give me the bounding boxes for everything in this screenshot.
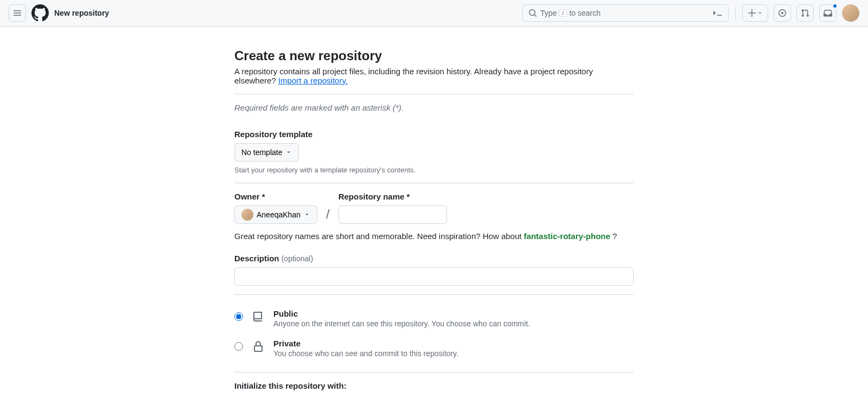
command-palette-icon: [713, 8, 723, 18]
divider: [234, 294, 634, 295]
github-mark-icon: [31, 4, 49, 22]
visibility-private-row: Private You choose who can see and commi…: [234, 333, 634, 363]
hamburger-icon: [13, 9, 22, 17]
header-left: New repository: [9, 4, 109, 22]
visibility-public-text: Public Anyone on the internet can see th…: [273, 309, 530, 328]
owner-column: Owner * AneeqaKhan: [234, 192, 317, 224]
owner-avatar-icon: [241, 209, 253, 221]
global-header: New repository Type / to search: [0, 0, 868, 27]
template-label: Repository template: [234, 130, 634, 139]
hamburger-menu-button[interactable]: [9, 4, 26, 22]
github-logo[interactable]: [31, 4, 49, 22]
main-content: Create a new repository A repository con…: [226, 48, 642, 390]
triangle-down-icon: [304, 211, 310, 218]
command-palette-button[interactable]: [713, 8, 723, 18]
search-icon: [528, 9, 537, 17]
owner-label: Owner *: [234, 192, 317, 201]
owner-name-separator: /: [326, 207, 330, 224]
description-section: Description (optional): [234, 254, 634, 286]
initialize-heading: Initialize this repository with:: [234, 381, 634, 390]
create-new-button[interactable]: [742, 4, 768, 22]
divider: [234, 183, 634, 183]
repo-name-label: Repository name *: [339, 192, 447, 201]
user-avatar[interactable]: [842, 4, 859, 22]
page-heading: Create a new repository: [234, 48, 634, 63]
repo-name-column: Repository name *: [339, 192, 447, 224]
search-placeholder: Type / to search: [540, 9, 601, 17]
issues-button[interactable]: [774, 4, 791, 22]
owner-name-row: Owner * AneeqaKhan / Repository name *: [234, 192, 634, 224]
template-select[interactable]: No template: [234, 143, 299, 162]
git-pull-request-icon: [801, 9, 809, 17]
repo-name-input[interactable]: [339, 205, 447, 224]
name-suggestion-text: Great repository names are short and mem…: [234, 231, 634, 241]
required-fields-note: Required fields are marked with an aster…: [234, 103, 634, 112]
inbox-icon: [824, 9, 832, 17]
divider: [234, 94, 634, 94]
description-label: Description (optional): [234, 254, 634, 263]
header-right: Type / to search: [522, 4, 859, 22]
visibility-private-text: Private You choose who can see and commi…: [273, 339, 458, 358]
page-context-title: New repository: [54, 9, 109, 17]
owner-select[interactable]: AneeqaKhan: [234, 205, 317, 224]
visibility-private-radio[interactable]: [234, 342, 243, 351]
slash-key-hint: /: [559, 9, 567, 17]
page-subtitle: A repository contains all project files,…: [234, 67, 634, 85]
visibility-public-row: Public Anyone on the internet can see th…: [234, 304, 634, 333]
repo-icon: [251, 310, 266, 323]
divider: [234, 372, 634, 372]
description-input[interactable]: [234, 267, 634, 286]
notification-indicator: [832, 3, 838, 9]
template-help-text: Start your repository with a template re…: [234, 166, 634, 174]
pull-requests-button[interactable]: [796, 4, 814, 22]
triangle-down-icon: [757, 10, 763, 16]
lock-icon: [251, 340, 266, 353]
notifications-wrapper: [819, 4, 837, 22]
import-repository-link[interactable]: Import a repository.: [278, 76, 348, 85]
triangle-down-icon: [285, 149, 292, 156]
plus-icon: [748, 9, 756, 17]
header-divider: [735, 8, 736, 18]
global-search-input[interactable]: Type / to search: [522, 4, 729, 22]
issue-opened-icon: [778, 9, 787, 17]
template-section: Repository template No template Start yo…: [234, 130, 634, 174]
visibility-public-radio[interactable]: [234, 312, 243, 321]
suggested-name[interactable]: fantastic-rotary-phone: [524, 231, 610, 241]
